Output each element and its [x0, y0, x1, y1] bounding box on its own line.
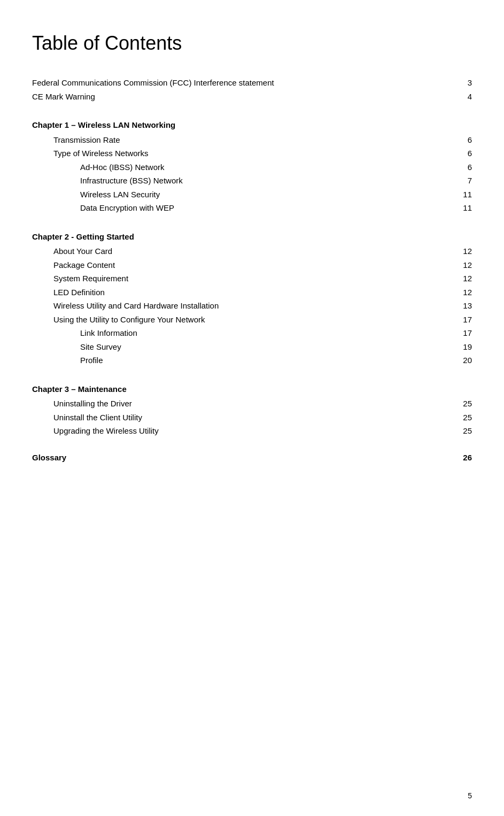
chapter-1-item-2-text: System Requirement [53, 272, 451, 286]
chapter-1-item-7-text: Site Survey [80, 340, 451, 354]
page-title: Table of Contents [32, 32, 472, 55]
chapter-0-item-0: Transmission Rate6 [32, 133, 472, 147]
chapter-1-item-4-text: Wireless Utility and Card Hardware Insta… [53, 299, 451, 313]
toc-entry-ce-text: CE Mark Warning [32, 90, 451, 104]
chapter-1-item-1-page: 12 [451, 258, 472, 272]
chapter-0-item-1: Type of Wireless Networks6 [32, 147, 472, 160]
chapter-1-item-6: Link Information17 [32, 326, 472, 340]
chapter-1-item-5: Using the Utility to Configure Your Netw… [32, 313, 472, 327]
chapter-0-item-1-page: 6 [451, 147, 472, 160]
chapter-1-item-0: About Your Card12 [32, 244, 472, 258]
chapter-1-heading-text: Chapter 2 - Getting Started [32, 230, 472, 244]
chapter-1-item-2-page: 12 [451, 272, 472, 286]
chapter-0-item-4: Wireless LAN Security11 [32, 188, 472, 202]
chapter-2: Chapter 3 – MaintenanceUninstalling the … [32, 382, 472, 438]
chapter-2-item-2-text: Upgrading the Wireless Utility [53, 424, 451, 438]
chapter-1-item-3: LED Definition12 [32, 286, 472, 299]
chapter-0-item-5-text: Data Encryption with WEP [80, 201, 451, 215]
chapter-1-item-4-page: 13 [451, 299, 472, 313]
chapter-1-item-8-page: 20 [451, 353, 472, 367]
chapter-0-heading-text: Chapter 1 – Wireless LAN Networking [32, 118, 472, 132]
glossary-text: Glossary [32, 453, 451, 462]
chapter-1-item-4: Wireless Utility and Card Hardware Insta… [32, 299, 472, 313]
top-entries: Federal Communications Commission (FCC) … [32, 76, 472, 103]
chapter-1-item-6-page: 17 [451, 326, 472, 340]
chapter-1-item-7: Site Survey19 [32, 340, 472, 354]
chapter-1-item-8-text: Profile [80, 353, 451, 367]
toc-entry-fcc: Federal Communications Commission (FCC) … [32, 76, 472, 90]
chapter-1-item-7-page: 19 [451, 340, 472, 354]
chapter-1-item-5-text: Using the Utility to Configure Your Netw… [53, 313, 451, 327]
chapters-container: Chapter 1 – Wireless LAN NetworkingTrans… [32, 118, 472, 438]
chapter-1-item-5-page: 17 [451, 313, 472, 327]
chapter-2-item-1-page: 25 [451, 411, 472, 425]
chapter-0-heading: Chapter 1 – Wireless LAN Networking [32, 118, 472, 132]
chapter-0: Chapter 1 – Wireless LAN NetworkingTrans… [32, 118, 472, 215]
glossary-page: 26 [451, 453, 472, 462]
chapter-2-item-1-text: Uninstall the Client Utility [53, 411, 451, 425]
chapter-1-item-8: Profile20 [32, 353, 472, 367]
chapter-0-item-4-text: Wireless LAN Security [80, 188, 451, 202]
chapter-1-item-2: System Requirement12 [32, 272, 472, 286]
chapter-0-item-5: Data Encryption with WEP11 [32, 201, 472, 215]
chapter-0-item-5-page: 11 [451, 201, 472, 215]
chapter-0-item-0-text: Transmission Rate [53, 133, 451, 147]
chapter-1-item-6-text: Link Information [80, 326, 451, 340]
chapter-1-item-1-text: Package Content [53, 258, 451, 272]
chapter-2-item-2-page: 25 [451, 424, 472, 438]
chapter-2-heading-text: Chapter 3 – Maintenance [32, 382, 472, 396]
chapter-2-item-1: Uninstall the Client Utility25 [32, 411, 472, 425]
chapter-0-item-2: Ad-Hoc (IBSS) Network6 [32, 160, 472, 174]
chapter-2-heading: Chapter 3 – Maintenance [32, 382, 472, 396]
chapter-2-item-0-text: Uninstalling the Driver [53, 397, 451, 411]
chapter-0-item-2-page: 6 [451, 160, 472, 174]
chapter-1-item-3-page: 12 [451, 286, 472, 299]
chapter-0-item-3-text: Infrastructure (BSS) Network [80, 174, 451, 188]
chapter-0-item-3-page: 7 [451, 174, 472, 188]
toc-entry-fcc-page: 3 [451, 76, 472, 90]
chapter-0-item-3: Infrastructure (BSS) Network7 [32, 174, 472, 188]
chapter-1-item-0-text: About Your Card [53, 244, 451, 258]
chapter-0-item-2-text: Ad-Hoc (IBSS) Network [80, 160, 451, 174]
chapter-2-item-2: Upgrading the Wireless Utility25 [32, 424, 472, 438]
chapter-0-item-4-page: 11 [451, 188, 472, 202]
chapter-2-item-0-page: 25 [451, 397, 472, 411]
page-container: Table of Contents Federal Communications… [0, 0, 504, 520]
toc-entry-ce-page: 4 [451, 90, 472, 104]
chapter-1: Chapter 2 - Getting StartedAbout Your Ca… [32, 230, 472, 367]
chapter-2-item-0: Uninstalling the Driver25 [32, 397, 472, 411]
chapter-0-item-0-page: 6 [451, 133, 472, 147]
chapter-1-item-1: Package Content12 [32, 258, 472, 272]
page-number: 5 [468, 791, 472, 800]
chapter-1-heading: Chapter 2 - Getting Started [32, 230, 472, 244]
toc-entry-fcc-text: Federal Communications Commission (FCC) … [32, 76, 451, 90]
chapter-1-item-0-page: 12 [451, 244, 472, 258]
glossary-entry: Glossary 26 [32, 453, 472, 462]
chapter-1-item-3-text: LED Definition [53, 286, 451, 299]
toc-entry-ce: CE Mark Warning 4 [32, 90, 472, 104]
chapter-0-item-1-text: Type of Wireless Networks [53, 147, 451, 160]
